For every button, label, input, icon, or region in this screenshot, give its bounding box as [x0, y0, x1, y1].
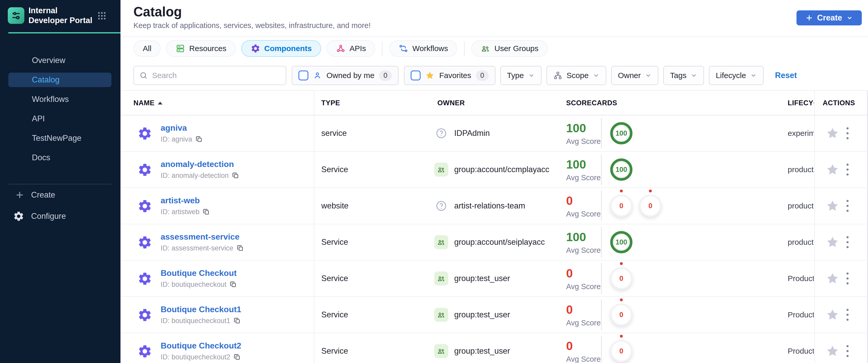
owner-filter-dropdown[interactable]: Owner	[611, 66, 658, 85]
entity-name-link[interactable]: assessment-service	[161, 232, 240, 241]
tab-apis[interactable]: APIs	[327, 40, 375, 57]
copy-icon[interactable]	[229, 281, 237, 288]
component-gear-icon	[137, 235, 152, 251]
avg-score-value: 0	[566, 303, 600, 316]
search-box[interactable]	[133, 66, 286, 85]
favorite-star-button[interactable]	[826, 344, 839, 358]
sidebar-item-api[interactable]: API	[8, 112, 112, 126]
type-filter-dropdown[interactable]: Type	[500, 66, 541, 85]
chevron-down-icon	[750, 72, 757, 79]
entity-name-link[interactable]: Boutique Checkout2	[161, 341, 241, 350]
copy-icon[interactable]	[234, 317, 241, 325]
column-header-type[interactable]: TYPE	[321, 91, 340, 115]
favorite-star-button[interactable]	[826, 308, 839, 322]
column-header-lifecycle[interactable]: LIFECYCLE	[788, 91, 814, 115]
entity-name-link[interactable]: artist-web	[161, 196, 200, 205]
favorites-filter[interactable]: Favorites 0	[404, 66, 495, 85]
row-menu-button[interactable]	[845, 162, 850, 177]
scorecard-score-badge[interactable]: 100	[610, 158, 632, 181]
table-row[interactable]: Boutique Checkout2 ID: boutiquecheckout2…	[121, 333, 868, 363]
owned-by-me-filter[interactable]: Owned by me 0	[292, 66, 399, 85]
table-row[interactable]: anomaly-detection ID: anomaly-detection …	[121, 152, 868, 188]
favorite-star-button[interactable]	[826, 163, 839, 176]
table-header: NAME TYPE OWNER SCORECARDS LIFECYCLE ACT…	[121, 91, 868, 115]
entity-id-label: ID: boutiquecheckout	[161, 280, 226, 289]
row-menu-button[interactable]	[845, 235, 850, 250]
favorite-star-button[interactable]	[826, 126, 839, 140]
scorecard-score-badge[interactable]: 0	[610, 195, 632, 217]
table-row[interactable]: artist-web ID: artistweb website artist-…	[121, 188, 868, 224]
table-row[interactable]: assessment-service ID: assessment-servic…	[121, 224, 868, 261]
sidebar-item-workflows[interactable]: Workflows	[8, 92, 112, 107]
main-content: Catalog Keep track of applications, serv…	[121, 0, 868, 363]
sidebar-item-overview[interactable]: Overview	[8, 53, 112, 68]
tab-label: APIs	[349, 44, 366, 53]
column-header-scorecards[interactable]: SCORECARDS	[566, 91, 617, 115]
scorecard-score-badge[interactable]: 100	[610, 122, 632, 144]
entity-name-link[interactable]: anomaly-detection	[161, 159, 234, 169]
search-input[interactable]	[152, 71, 281, 80]
scorecard-score-badge[interactable]: 100	[610, 231, 632, 253]
app-grid-icon[interactable]	[97, 11, 107, 22]
lifecycle-filter-dropdown[interactable]: Lifecycle	[709, 66, 764, 85]
entity-name-link[interactable]: Boutique Checkout	[161, 268, 237, 278]
scorecard-score-badge[interactable]: 0	[610, 304, 632, 326]
owned-by-me-count: 0	[379, 70, 392, 81]
progress-start-dot	[620, 262, 623, 265]
table-row[interactable]: agniva ID: agniva service IDPAdmin 100 A…	[121, 115, 868, 152]
sidebar-create-button[interactable]: Create	[15, 190, 55, 200]
row-menu-button[interactable]	[845, 199, 850, 213]
sidebar-configure-button[interactable]: Configure	[13, 211, 66, 222]
entity-owner: group:test_user	[434, 261, 510, 296]
row-menu-button[interactable]	[845, 343, 850, 359]
reset-filters-button[interactable]: Reset	[775, 71, 797, 80]
table-row[interactable]: Boutique Checkout ID: boutiquecheckout S…	[121, 261, 868, 297]
favorites-checkbox[interactable]	[411, 70, 421, 80]
owner-label: group:account/ccmplayacc	[454, 165, 549, 174]
column-header-name[interactable]: NAME	[133, 91, 162, 115]
entity-name-block: agniva ID: agniva	[161, 123, 203, 143]
avg-score-label: Avg Score	[566, 174, 600, 182]
resources-icon	[176, 43, 185, 53]
tags-filter-dropdown[interactable]: Tags	[663, 66, 704, 85]
scorecard-score-badge[interactable]: 0	[610, 340, 632, 362]
favorite-star-button[interactable]	[826, 272, 839, 285]
entity-owner: group:test_user	[434, 297, 510, 333]
scope-filter-dropdown[interactable]: Scope	[547, 66, 606, 85]
copy-icon[interactable]	[234, 354, 241, 361]
entity-id: ID: boutiquecheckout1	[161, 317, 241, 325]
owner-label: artist-relations-team	[454, 201, 525, 211]
scorecard-summary: 0 Avg Score	[566, 194, 600, 218]
tab-workflows[interactable]: Workflows	[389, 40, 457, 57]
owner-icon-slot	[434, 271, 448, 285]
sidebar-item-docs[interactable]: Docs	[8, 150, 112, 165]
entity-name-link[interactable]: Boutique Checkout1	[161, 305, 241, 314]
sidebar-item-catalog[interactable]: Catalog	[8, 72, 112, 87]
row-menu-button[interactable]	[845, 271, 850, 286]
entity-name-link[interactable]: agniva	[161, 123, 187, 132]
column-header-label: LIFECYCLE	[788, 99, 814, 107]
copy-icon[interactable]	[237, 244, 244, 252]
row-menu-button[interactable]	[845, 307, 850, 322]
copy-icon[interactable]	[232, 172, 240, 179]
tab-components[interactable]: Components	[241, 40, 321, 57]
tab-resources[interactable]: Resources	[166, 40, 236, 57]
favorite-star-button[interactable]	[826, 199, 839, 213]
scorecard-score-badge[interactable]: 0	[639, 195, 661, 217]
scorecard-score-badge[interactable]: 0	[610, 267, 632, 290]
entity-lifecycle: production	[788, 152, 814, 187]
avg-score-label: Avg Score	[566, 319, 600, 327]
tab-all[interactable]: All	[133, 40, 161, 57]
tab-user-groups[interactable]: User Groups	[471, 40, 548, 57]
row-menu-button[interactable]	[845, 126, 850, 141]
sidebar-item-testnewpage[interactable]: TestNewPage	[8, 131, 112, 146]
copy-icon[interactable]	[203, 208, 210, 216]
scorecard-divider	[601, 336, 602, 363]
create-button[interactable]: Create	[797, 10, 862, 25]
table-row[interactable]: Boutique Checkout1 ID: boutiquecheckout1…	[121, 297, 868, 333]
copy-icon[interactable]	[195, 135, 203, 143]
dropdown-label: Scope	[567, 71, 589, 80]
owned-by-me-checkbox[interactable]	[299, 70, 308, 80]
favorite-star-button[interactable]	[826, 236, 839, 249]
column-header-owner[interactable]: OWNER	[437, 91, 465, 115]
